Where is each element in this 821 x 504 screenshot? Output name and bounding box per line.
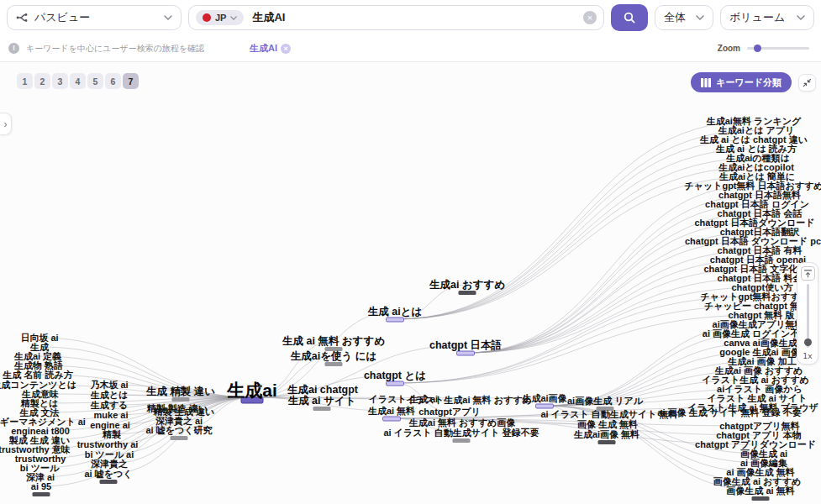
- scope-label: 全体: [664, 10, 686, 25]
- graph-keyword-label[interactable]: chatgpt とは: [364, 370, 426, 381]
- fit-view-button[interactable]: [801, 266, 815, 281]
- graph-node-marker[interactable]: [325, 362, 343, 366]
- tag-close-icon[interactable]: ×: [281, 44, 291, 54]
- view-mode-select[interactable]: パスビュー: [7, 5, 182, 30]
- zoom-slider-vertical-knob[interactable]: [804, 339, 812, 346]
- zoom-slider[interactable]: [747, 47, 809, 50]
- graph-keyword-label[interactable]: 生成 名前 読み方: [2, 370, 73, 380]
- clear-search-icon[interactable]: ×: [583, 11, 597, 24]
- country-select[interactable]: JP: [196, 10, 244, 25]
- zoom-label: Zoom: [718, 44, 740, 53]
- graph-keyword-label[interactable]: 生成ai おすすめ: [429, 279, 505, 291]
- graph-keyword-label[interactable]: trustworthy ai: [77, 439, 139, 449]
- graph-keyword-label[interactable]: 生成ai chatgpt: [287, 384, 359, 396]
- page-button-7[interactable]: 7: [123, 73, 139, 89]
- graph-node-marker[interactable]: [752, 496, 770, 501]
- japan-flag-icon: [203, 13, 211, 22]
- graph-keyword-label[interactable]: ai画像生成 リアル: [567, 396, 644, 406]
- scope-select[interactable]: 全体: [655, 5, 713, 30]
- graph-keyword-label[interactable]: 生成ai画像 無料: [573, 429, 639, 440]
- zoom-level-label: 1x: [803, 351, 812, 360]
- graph-keyword-label[interactable]: ai 嘘をつく: [84, 469, 132, 480]
- keyword-tag[interactable]: 生成AI ×: [250, 42, 291, 55]
- collapse-view-button[interactable]: [798, 74, 816, 92]
- graph-keyword-label[interactable]: 生成aiを使う には: [290, 350, 377, 362]
- top-header: パスビュー JP × 全体 ボリューム: [0, 0, 821, 35]
- hint-text: キーワードを中心にユーザー検索の旅程を確認: [26, 43, 204, 55]
- graph-node-marker[interactable]: [387, 318, 404, 322]
- keyword-classify-label: キーワード分類: [716, 76, 782, 89]
- graph-keyword-label[interactable]: 生成 aiとは: [367, 306, 422, 318]
- chevron-down-icon: [797, 15, 805, 20]
- page-button-2[interactable]: 2: [34, 73, 50, 89]
- graph-keyword-label[interactable]: 生成ai 無料: [367, 406, 415, 417]
- chevron-down-icon: [230, 16, 237, 20]
- graph-node-marker[interactable]: [457, 351, 475, 355]
- keyword-graph[interactable]: 生成ai生成 aiとは生成ai おすすめchatgpt 日本語chatgpt と…: [0, 62, 821, 504]
- graph-node-marker[interactable]: [172, 397, 190, 402]
- graph-node-marker[interactable]: [171, 436, 188, 440]
- canvas-tools: キーワード分類: [691, 72, 816, 92]
- graph-node-marker[interactable]: [453, 438, 471, 443]
- page-button-5[interactable]: 5: [87, 73, 103, 89]
- graph-edge: [466, 278, 760, 353]
- graph-keyword-label[interactable]: 画像生成 ai 無料: [726, 486, 794, 496]
- keyword-classify-button[interactable]: キーワード分類: [691, 72, 792, 92]
- chevron-down-icon: [696, 15, 704, 20]
- graph-node-marker[interactable]: [100, 480, 118, 484]
- country-code: JP: [215, 13, 226, 23]
- page-button-1[interactable]: 1: [17, 73, 33, 89]
- zoom-control-vertical: 1x: [797, 262, 818, 365]
- search-input[interactable]: [252, 12, 575, 24]
- sort-select[interactable]: ボリューム: [720, 5, 814, 30]
- keyword-search-box: JP ×: [188, 5, 604, 30]
- graph-keyword-label[interactable]: 精製: [102, 429, 121, 439]
- graph-keyword-label[interactable]: 生成とは: [90, 390, 129, 400]
- graph-keyword-label[interactable]: chatgpt 日本語: [429, 339, 503, 351]
- view-mode-label: パスビュー: [34, 10, 157, 25]
- graph-keyword-label[interactable]: ai 95: [31, 481, 51, 491]
- graph-keyword-label[interactable]: 生成 ai サイト: [287, 395, 356, 407]
- graph-node-marker[interactable]: [383, 417, 401, 421]
- search-button[interactable]: [611, 4, 648, 31]
- graph-keyword-label[interactable]: イラスト生成ai 無料 おすすめ: [406, 395, 531, 406]
- path-view-icon: [16, 12, 28, 24]
- graph-keyword-label[interactable]: chatgptアプリ: [418, 407, 481, 417]
- graph-node-marker[interactable]: [387, 381, 404, 386]
- graph-canvas-area: 1234567 キーワード分類 › 生成ai生成 aiとは生成ai おすすめch…: [0, 62, 821, 504]
- fit-view-icon: [803, 269, 813, 278]
- graph-keyword-label[interactable]: 生成ai: [226, 381, 277, 400]
- graph-keyword-label[interactable]: 生成 精製 違い: [145, 386, 215, 397]
- sub-header: ! キーワードを中心にユーザー検索の旅程を確認 生成AI × Zoom: [0, 35, 821, 62]
- collapse-diagonal-icon: [803, 78, 812, 87]
- graph-node-marker[interactable]: [598, 440, 616, 444]
- zoom-slider-knob[interactable]: [754, 45, 761, 52]
- columns-icon: [701, 78, 711, 87]
- panel-open-chevron[interactable]: ›: [0, 113, 12, 135]
- graph-keyword-label[interactable]: muke ai: [94, 410, 129, 420]
- graph-keyword-label[interactable]: ai イラスト 自動生成サイト 登録不要: [383, 428, 539, 438]
- page-button-4[interactable]: 4: [70, 73, 86, 89]
- page-button-6[interactable]: 6: [105, 73, 121, 89]
- graph-node-marker[interactable]: [459, 291, 476, 295]
- info-circle-icon: !: [8, 43, 19, 54]
- graph-node-marker[interactable]: [33, 492, 50, 496]
- chevron-down-icon: [164, 15, 172, 20]
- zoom-slider-vertical[interactable]: [807, 284, 809, 348]
- pagination: 1234567: [17, 73, 139, 89]
- search-icon: [623, 11, 636, 24]
- graph-keyword-label[interactable]: ai 嘘をつく研究: [145, 425, 212, 436]
- graph-node-marker[interactable]: [536, 404, 554, 408]
- keyword-tag-label: 生成AI: [250, 42, 277, 55]
- page-button-3[interactable]: 3: [52, 73, 68, 89]
- zoom-control-horizontal: Zoom: [718, 44, 813, 53]
- graph-keyword-label[interactable]: 乃木坂 ai: [89, 380, 128, 390]
- graph-keyword-label[interactable]: イラスト 生成 ai 無料 ブラウザ: [687, 402, 818, 413]
- graph-node-marker[interactable]: [313, 407, 331, 411]
- graph-keyword-label[interactable]: 生成 ai 無料 おすすめ: [282, 335, 385, 347]
- sort-label: ボリューム: [729, 10, 785, 25]
